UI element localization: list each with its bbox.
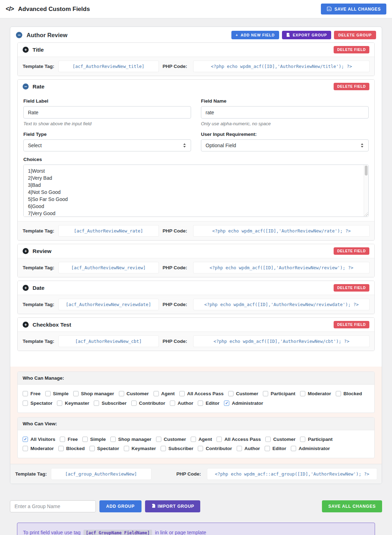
role-checkbox-editor[interactable]: Editor (198, 399, 219, 408)
role-checkbox-agent[interactable]: Agent (154, 389, 175, 398)
checkbox-icon[interactable] (94, 401, 99, 406)
checkbox-icon[interactable] (124, 446, 129, 451)
role-checkbox-customer[interactable]: Customer (265, 435, 295, 444)
delete-group-button[interactable]: DELETE GROUP (334, 31, 376, 39)
checkbox-checked-icon[interactable] (23, 437, 28, 442)
checkbox-icon[interactable] (263, 391, 268, 396)
role-checkbox-free[interactable]: Free (23, 389, 41, 398)
choices-textarea[interactable]: 1|Worst 2|Very Bad 3|Bad 4|Not So Good 5… (24, 165, 368, 217)
delete-field-button[interactable]: DELETE FIELD (334, 321, 369, 328)
checkbox-icon[interactable] (131, 401, 137, 406)
user-input-requirement-select[interactable]: Optional Field (201, 139, 369, 151)
checkbox-icon[interactable] (336, 391, 341, 396)
role-checkbox-free[interactable]: Free (60, 435, 78, 444)
field-name-input[interactable] (201, 106, 369, 119)
role-checkbox-simple[interactable]: Simple (82, 435, 106, 444)
field-label-input[interactable] (23, 106, 191, 119)
role-checkbox-participant[interactable]: Participant (300, 435, 333, 444)
checkbox-icon[interactable] (45, 391, 51, 396)
template-tag-value[interactable]: [acf_AuthorReviewNew_rate] (59, 225, 158, 236)
save-all-changes-button-top[interactable]: SAVE ALL CHANGES (321, 4, 386, 15)
group-php-code-value[interactable]: <?php echo wpdm_acf::acf_group([ID],'Aut… (207, 468, 377, 479)
role-checkbox-blocked[interactable]: Blocked (58, 444, 85, 453)
collapse-field-icon[interactable]: − (23, 84, 29, 90)
expand-field-icon[interactable]: + (23, 47, 29, 53)
role-checkbox-subscriber[interactable]: Subscriber (94, 399, 127, 408)
role-checkbox-spectator[interactable]: Spectator (90, 444, 119, 453)
checkbox-icon[interactable] (300, 437, 305, 442)
checkbox-icon[interactable] (119, 391, 124, 396)
role-checkbox-all-access-pass[interactable]: All Access Pass (179, 389, 224, 398)
role-checkbox-customer[interactable]: Customer (228, 389, 258, 398)
role-checkbox-all-visitors[interactable]: All Visitors (23, 435, 55, 444)
php-code-value[interactable]: <?php echo wpdm_acf([ID],'AuthorReviewNe… (194, 336, 369, 347)
checkbox-icon[interactable] (265, 446, 270, 451)
checkbox-icon[interactable] (60, 437, 65, 442)
role-checkbox-keymaster[interactable]: Keymaster (124, 444, 156, 453)
checkbox-checked-icon[interactable] (224, 401, 229, 406)
checkbox-icon[interactable] (179, 391, 185, 396)
group-template-tag-value[interactable]: [acf_group_AuthorReviewNew] (51, 468, 151, 479)
checkbox-icon[interactable] (90, 446, 95, 451)
role-checkbox-simple[interactable]: Simple (45, 389, 69, 398)
scrollbar-thumb[interactable] (365, 166, 368, 176)
delete-field-button[interactable]: DELETE FIELD (334, 284, 369, 292)
role-checkbox-customer[interactable]: Customer (156, 435, 186, 444)
role-checkbox-participant[interactable]: Participant (263, 389, 295, 398)
template-tag-value[interactable]: [acf_AuthorReviewNew_cbt] (59, 336, 158, 347)
checkbox-icon[interactable] (198, 401, 203, 406)
role-checkbox-shop-manager[interactable]: Shop manager (73, 389, 114, 398)
role-checkbox-administrator[interactable]: Administrator (224, 399, 263, 408)
checkbox-icon[interactable] (57, 401, 62, 406)
role-checkbox-moderator[interactable]: Moderator (23, 444, 54, 453)
role-checkbox-contributor[interactable]: Contributor (198, 444, 232, 453)
role-checkbox-moderator[interactable]: Moderator (300, 389, 331, 398)
role-checkbox-shop-manager[interactable]: Shop manager (110, 435, 151, 444)
delete-field-button[interactable]: DELETE FIELD (334, 247, 369, 255)
delete-field-button[interactable]: DELETE FIELD (334, 83, 369, 90)
template-tag-value[interactable]: [acf_AuthorReviewNew_reviewdate] (59, 299, 158, 310)
php-code-value[interactable]: <?php echo wpdm_acf([ID],'AuthorReviewNe… (194, 299, 369, 310)
role-checkbox-administrator[interactable]: Administrator (291, 444, 330, 453)
template-tag-value[interactable]: [acf_AuthorReviewNew_review] (59, 262, 158, 273)
checkbox-icon[interactable] (237, 446, 242, 451)
role-checkbox-contributor[interactable]: Contributor (131, 399, 165, 408)
checkbox-icon[interactable] (191, 437, 196, 442)
add-new-field-button[interactable]: + ADD NEW FIELD (231, 31, 279, 39)
checkbox-icon[interactable] (198, 446, 203, 451)
php-code-value[interactable]: <?php echo wpdm_acf([ID],'AuthorReviewNe… (194, 262, 369, 273)
checkbox-icon[interactable] (110, 437, 116, 442)
checkbox-icon[interactable] (228, 391, 234, 396)
role-checkbox-all-access-pass[interactable]: All Access Pass (217, 435, 261, 444)
role-checkbox-subscriber[interactable]: Subscriber (161, 444, 194, 453)
import-group-button[interactable]: IMPORT GROUP (145, 500, 201, 512)
save-all-changes-button-bottom[interactable]: SAVE ALL CHANGES (322, 500, 382, 512)
role-checkbox-blocked[interactable]: Blocked (336, 389, 362, 398)
role-checkbox-author[interactable]: Author (170, 399, 193, 408)
role-checkbox-editor[interactable]: Editor (265, 444, 286, 453)
collapse-group-icon[interactable]: − (16, 32, 22, 38)
checkbox-icon[interactable] (23, 401, 28, 406)
checkbox-icon[interactable] (291, 446, 296, 451)
checkbox-icon[interactable] (170, 401, 175, 406)
checkbox-icon[interactable] (265, 437, 271, 442)
group-name-input[interactable] (10, 500, 96, 512)
delete-field-button[interactable]: DELETE FIELD (334, 46, 369, 53)
textarea-scrollbar[interactable] (364, 165, 368, 217)
checkbox-icon[interactable] (154, 391, 159, 396)
add-group-button[interactable]: ADD GROUP (99, 500, 142, 512)
checkbox-icon[interactable] (161, 446, 166, 451)
php-code-value[interactable]: <?php echo wpdm_acf([ID],'AuthorReviewNe… (194, 61, 369, 72)
field-type-select[interactable]: Select (23, 139, 191, 151)
checkbox-icon[interactable] (23, 391, 28, 396)
template-tag-value[interactable]: [acf_AuthorReviewNew_title] (59, 61, 158, 72)
checkbox-icon[interactable] (23, 446, 28, 451)
checkbox-icon[interactable] (300, 391, 305, 396)
php-code-value[interactable]: <?php echo wpdm_acf([ID],'AuthorReviewNe… (194, 225, 369, 236)
checkbox-icon[interactable] (217, 437, 222, 442)
expand-field-icon[interactable]: + (23, 285, 29, 291)
expand-field-icon[interactable]: + (23, 248, 29, 254)
expand-field-icon[interactable]: + (23, 322, 29, 328)
role-checkbox-customer[interactable]: Customer (119, 389, 149, 398)
export-group-button[interactable]: EXPORT GROUP (282, 31, 332, 39)
